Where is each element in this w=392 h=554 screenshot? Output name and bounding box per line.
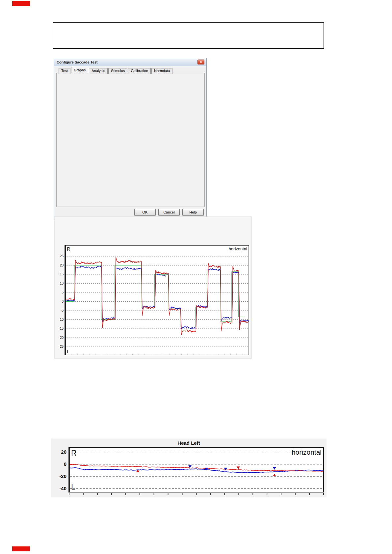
tab-graphs[interactable]: Graphs — [71, 67, 88, 73]
tab-page-graphs — [56, 73, 205, 207]
saccade-chart-panel: 2520151050-5-10-15-20-25RhorizontalL — [54, 216, 252, 359]
svg-text:horizontal: horizontal — [292, 448, 322, 456]
svg-text:0: 0 — [64, 461, 66, 467]
tab-strip: Test Graphs Analysis Stimulus Calibratio… — [59, 67, 173, 73]
tab-calibration[interactable]: Calibration — [128, 68, 151, 74]
svg-text:15: 15 — [60, 272, 64, 276]
saccade-chart: 2520151050-5-10-15-20-25RhorizontalL — [55, 217, 251, 358]
dialog-title: Configure Saccade Test — [57, 60, 98, 64]
close-button[interactable]: × — [197, 60, 204, 64]
cancel-button[interactable]: Cancel — [158, 209, 180, 216]
dialog-titlebar[interactable]: Configure Saccade Test × — [54, 58, 206, 66]
headleft-chart-title: Head Left — [51, 440, 327, 446]
close-icon: × — [200, 60, 202, 64]
document-page: Configure Saccade Test × Test Graphs Ana… — [0, 0, 392, 554]
help-button[interactable]: Help — [182, 209, 204, 216]
tab-analysis[interactable]: Analysis — [89, 68, 108, 74]
empty-text-box — [53, 22, 324, 49]
svg-text:R: R — [67, 246, 70, 252]
svg-text:10: 10 — [60, 282, 64, 285]
svg-text:-40: -40 — [59, 486, 66, 491]
ok-button[interactable]: OK — [134, 209, 156, 216]
redaction-bar-bottom — [12, 546, 30, 551]
svg-text:-5: -5 — [61, 309, 64, 312]
svg-text:20: 20 — [61, 449, 66, 455]
redaction-bar-top — [12, 1, 30, 6]
headleft-chart: 200-20-40RhorizontalL — [51, 439, 327, 497]
svg-text:L: L — [71, 483, 75, 491]
tab-normdata[interactable]: Normdata — [151, 68, 172, 74]
configure-saccade-dialog: Configure Saccade Test × Test Graphs Ana… — [54, 58, 207, 219]
svg-text:-15: -15 — [59, 327, 64, 330]
svg-text:-20: -20 — [59, 473, 66, 479]
svg-text:20: 20 — [60, 264, 64, 267]
svg-text:25: 25 — [60, 254, 64, 258]
svg-text:0: 0 — [62, 300, 64, 303]
headleft-chart-panel: Head Left 200-20-40RhorizontalL — [51, 439, 327, 497]
tab-stimulus[interactable]: Stimulus — [108, 68, 127, 74]
svg-text:-20: -20 — [59, 336, 64, 340]
svg-text:R: R — [71, 449, 77, 457]
svg-text:-10: -10 — [59, 318, 64, 321]
svg-text:horizontal: horizontal — [229, 246, 247, 251]
tab-test[interactable]: Test — [59, 68, 70, 74]
svg-text:L: L — [67, 348, 69, 354]
svg-text:5: 5 — [62, 290, 64, 294]
svg-text:-25: -25 — [59, 345, 64, 348]
